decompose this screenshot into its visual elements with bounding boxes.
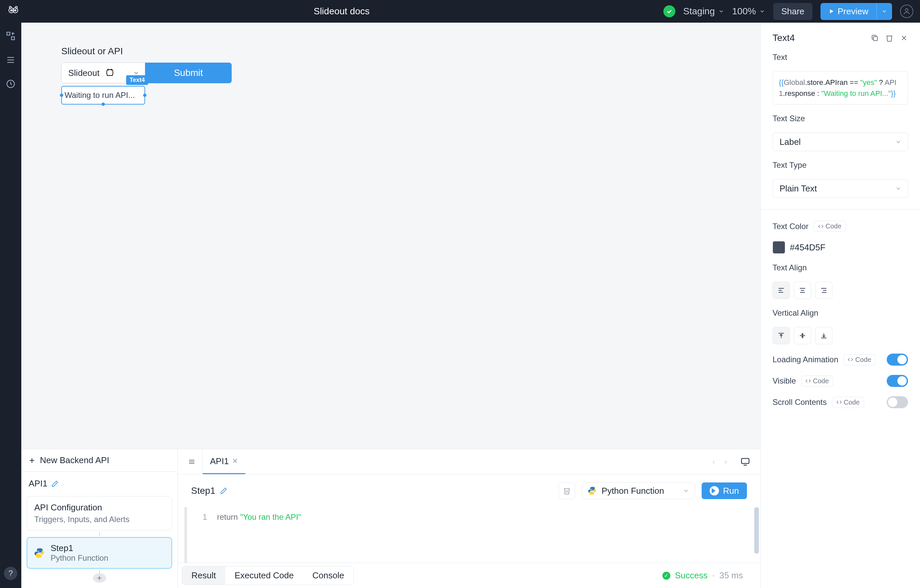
svg-rect-9 — [11, 37, 15, 40]
copy-icon[interactable] — [871, 34, 879, 42]
api-panel: New Backend API API1 API Configuration T… — [21, 449, 760, 588]
layers-icon[interactable] — [4, 53, 17, 66]
loading-label: Loading Animation — [773, 355, 838, 364]
connector-line — [99, 532, 100, 536]
plus-icon — [28, 457, 36, 465]
resize-handle-right[interactable] — [143, 94, 146, 97]
left-rail: ? — [0, 23, 21, 588]
code-toggle-button[interactable]: Code — [814, 221, 846, 232]
api-tab[interactable]: API1 ✕ — [203, 449, 245, 474]
preview-dropdown-button[interactable] — [876, 3, 892, 20]
chevron-down-icon — [759, 8, 765, 14]
code-toggle-button[interactable]: Code — [844, 354, 875, 365]
step-header: Step1 Python Function — [178, 475, 760, 507]
text-align-group — [773, 282, 908, 299]
success-icon: ✓ — [662, 572, 671, 580]
step-card[interactable]: Step1 Python Function — [27, 537, 172, 569]
valign-bottom-button[interactable] — [815, 327, 833, 344]
close-icon[interactable] — [900, 34, 908, 42]
step-name: Step1 — [50, 543, 108, 553]
text-color-value-row[interactable]: #454D5F — [773, 241, 908, 254]
trash-icon[interactable] — [885, 34, 893, 42]
scrollbar-thumb[interactable] — [754, 507, 759, 554]
text-type-select[interactable]: Plain Text — [773, 179, 908, 198]
edit-icon[interactable] — [220, 487, 227, 494]
text-expression-input[interactable]: {{Global.store.APIran == "yes" ? API1.re… — [773, 71, 908, 105]
tab-executed-code[interactable]: Executed Code — [225, 566, 303, 585]
canvas[interactable]: Slideout or API Slideout Text4 Submit Wa… — [21, 23, 760, 449]
valign-top-button[interactable] — [773, 327, 790, 344]
result-tabs: Result Executed Code Console — [182, 566, 354, 585]
api-name-label: API1 — [29, 478, 47, 489]
code-toggle-button[interactable]: Code — [832, 397, 864, 408]
align-left-button[interactable] — [773, 282, 790, 299]
api-tab-label: API1 — [210, 456, 229, 467]
selection-tag: Text4 — [126, 75, 148, 85]
color-swatch[interactable] — [773, 241, 785, 254]
text-widget-selected[interactable]: Waiting to run API... — [61, 86, 145, 105]
visible-label: Visible — [773, 376, 796, 386]
top-bar: Slideout docs Staging 100% Share Preview — [0, 0, 920, 23]
preview-button[interactable]: Preview — [821, 3, 876, 20]
components-icon[interactable] — [4, 29, 17, 43]
menu-icon[interactable] — [181, 449, 203, 474]
svg-point-5 — [15, 6, 17, 8]
edit-icon[interactable] — [51, 480, 58, 488]
step-header-name[interactable]: Step1 — [191, 486, 227, 496]
vertical-align-label: Vertical Align — [773, 308, 908, 317]
tab-nav-arrows: ‹ › — [712, 457, 734, 467]
api-configuration-card[interactable]: API Configuration Triggers, Inputs, and … — [27, 496, 172, 530]
component-name: Text4 — [773, 32, 871, 43]
history-icon[interactable] — [4, 77, 17, 91]
prev-icon[interactable]: ‹ — [712, 457, 715, 467]
zoom-select[interactable]: 100% — [732, 6, 766, 17]
add-step-button[interactable]: + — [93, 573, 106, 583]
text-widget-value: Waiting to run API... — [65, 91, 135, 100]
api-name-row[interactable]: API1 — [27, 477, 172, 490]
preview-label: Preview — [838, 6, 868, 17]
code-icon — [836, 400, 842, 405]
new-backend-api-button[interactable]: New Backend API — [21, 455, 116, 465]
submit-button[interactable]: Submit — [145, 63, 232, 83]
center-column: Slideout or API Slideout Text4 Submit Wa… — [21, 23, 760, 588]
user-avatar[interactable] — [900, 5, 914, 18]
text-size-select[interactable]: Label — [773, 133, 908, 151]
close-icon[interactable]: ✕ — [232, 457, 238, 465]
scrollbar[interactable] — [754, 507, 759, 563]
align-right-button[interactable] — [815, 282, 833, 299]
text-color-label: Text Color — [773, 222, 808, 231]
function-type-select[interactable]: Python Function — [582, 483, 695, 499]
status-label: Success — [675, 570, 708, 581]
tab-result[interactable]: Result — [182, 566, 225, 585]
code-toggle-button[interactable]: Code — [801, 376, 833, 387]
zoom-label: 100% — [732, 6, 756, 17]
help-icon[interactable]: ? — [4, 567, 17, 580]
scroll-label: Scroll Contents — [773, 398, 827, 407]
resize-handle-bottom[interactable] — [102, 102, 105, 106]
chevron-down-icon — [895, 185, 902, 192]
slideout-dropdown[interactable]: Slideout Text4 — [61, 63, 145, 83]
loading-toggle[interactable] — [887, 353, 908, 366]
line-number: 1 — [200, 512, 207, 522]
form-row: Slideout Text4 Submit — [61, 63, 760, 83]
app-logo[interactable] — [6, 5, 20, 18]
resize-handle-left[interactable] — [60, 94, 63, 97]
color-hex: #454D5F — [790, 242, 826, 253]
tab-console[interactable]: Console — [303, 566, 353, 585]
code-editor[interactable]: 1 return "You ran the API" — [185, 507, 760, 563]
align-center-button[interactable] — [794, 282, 811, 299]
valign-middle-button[interactable] — [794, 327, 811, 344]
environment-select[interactable]: Staging — [684, 6, 724, 17]
text-color-row: Text Color Code — [773, 221, 908, 232]
desktop-icon[interactable] — [734, 457, 757, 467]
share-button[interactable]: Share — [773, 3, 812, 20]
function-type-label: Python Function — [601, 486, 664, 496]
run-button[interactable]: Run — [701, 483, 747, 499]
topbar-right: Staging 100% Share Preview — [663, 3, 914, 20]
text-size-value: Label — [779, 137, 801, 147]
delete-step-button[interactable] — [559, 483, 575, 499]
scroll-toggle[interactable] — [887, 396, 908, 408]
page-title: Slideout docs — [20, 6, 663, 17]
visible-toggle[interactable] — [887, 375, 908, 387]
next-icon[interactable]: › — [724, 457, 727, 467]
